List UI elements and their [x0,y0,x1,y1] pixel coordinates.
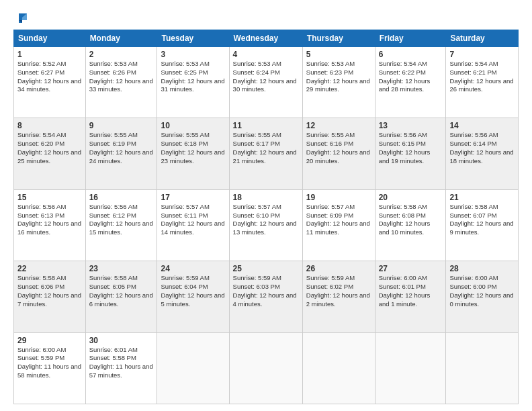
day-number: 4 [233,50,299,59]
calendar-cell: 11 Sunrise: 5:55 AMSunset: 6:17 PMDaylig… [229,118,302,189]
day-info: Sunrise: 5:58 AMSunset: 6:05 PMDaylight:… [89,274,153,307]
calendar-cell: 25 Sunrise: 5:59 AMSunset: 6:03 PMDaylig… [229,261,302,332]
calendar-cell: 30 Sunrise: 6:01 AMSunset: 5:58 PMDaylig… [85,332,157,404]
calendar-cell: 5 Sunrise: 5:53 AMSunset: 6:23 PMDayligh… [302,47,375,118]
day-number: 26 [306,264,371,273]
day-info: Sunrise: 5:56 AMSunset: 6:15 PMDaylight:… [379,131,431,164]
day-info: Sunrise: 6:00 AMSunset: 6:01 PMDaylight:… [379,274,431,307]
header [13,11,519,26]
weekday-header: Sunday [14,30,86,47]
calendar-cell: 8 Sunrise: 5:54 AMSunset: 6:20 PMDayligh… [14,118,86,189]
day-info: Sunrise: 5:55 AMSunset: 6:19 PMDaylight:… [89,131,153,164]
day-info: Sunrise: 6:00 AMSunset: 5:59 PMDaylight:… [17,346,81,379]
day-number: 21 [449,193,515,202]
day-info: Sunrise: 5:53 AMSunset: 6:26 PMDaylight:… [89,60,153,93]
day-number: 13 [379,121,443,130]
day-info: Sunrise: 5:53 AMSunset: 6:25 PMDaylight:… [161,60,224,93]
day-number: 29 [17,336,82,345]
calendar-cell [302,332,375,404]
calendar-week-row: 15 Sunrise: 5:56 AMSunset: 6:13 PMDaylig… [14,189,519,261]
calendar-cell: 2 Sunrise: 5:53 AMSunset: 6:26 PMDayligh… [85,47,157,118]
day-info: Sunrise: 5:54 AMSunset: 6:20 PMDaylight:… [17,131,81,164]
page: SundayMondayTuesdayWednesdayThursdayFrid… [0,0,532,411]
calendar-cell: 17 Sunrise: 5:57 AMSunset: 6:11 PMDaylig… [157,189,229,261]
calendar-cell [446,332,519,404]
calendar-cell: 9 Sunrise: 5:55 AMSunset: 6:19 PMDayligh… [85,118,157,189]
calendar-week-row: 1 Sunrise: 5:52 AMSunset: 6:27 PMDayligh… [14,47,519,118]
weekday-header: Tuesday [157,30,229,47]
calendar-cell: 18 Sunrise: 5:57 AMSunset: 6:10 PMDaylig… [229,189,302,261]
calendar-week-row: 22 Sunrise: 5:58 AMSunset: 6:06 PMDaylig… [14,261,519,332]
day-number: 22 [17,264,82,273]
calendar-cell: 26 Sunrise: 5:59 AMSunset: 6:02 PMDaylig… [302,261,375,332]
day-number: 15 [17,193,82,202]
calendar-cell: 29 Sunrise: 6:00 AMSunset: 5:59 PMDaylig… [14,332,86,404]
calendar-cell: 27 Sunrise: 6:00 AMSunset: 6:01 PMDaylig… [375,261,446,332]
day-info: Sunrise: 5:57 AMSunset: 6:10 PMDaylight:… [233,203,297,236]
day-number: 9 [89,121,154,130]
day-number: 28 [449,264,515,273]
calendar-body: 1 Sunrise: 5:52 AMSunset: 6:27 PMDayligh… [14,47,519,404]
weekday-header: Thursday [302,30,375,47]
calendar-cell: 22 Sunrise: 5:58 AMSunset: 6:06 PMDaylig… [14,261,86,332]
calendar-cell [375,332,446,404]
day-info: Sunrise: 5:53 AMSunset: 6:24 PMDaylight:… [233,60,297,93]
calendar-cell: 15 Sunrise: 5:56 AMSunset: 6:13 PMDaylig… [14,189,86,261]
calendar-cell: 14 Sunrise: 5:56 AMSunset: 6:14 PMDaylig… [446,118,519,189]
day-number: 3 [161,50,225,59]
day-number: 20 [379,193,443,202]
calendar-cell: 21 Sunrise: 5:58 AMSunset: 6:07 PMDaylig… [446,189,519,261]
day-info: Sunrise: 5:57 AMSunset: 6:11 PMDaylight:… [161,203,224,236]
day-info: Sunrise: 5:56 AMSunset: 6:13 PMDaylight:… [17,203,81,236]
day-number: 18 [233,193,299,202]
calendar-cell [157,332,229,404]
weekday-header: Saturday [446,30,519,47]
day-number: 12 [306,121,371,130]
day-info: Sunrise: 5:57 AMSunset: 6:09 PMDaylight:… [306,203,370,236]
day-number: 17 [161,193,225,202]
day-info: Sunrise: 5:55 AMSunset: 6:17 PMDaylight:… [233,131,297,164]
calendar-week-row: 29 Sunrise: 6:00 AMSunset: 5:59 PMDaylig… [14,332,519,404]
calendar-cell: 3 Sunrise: 5:53 AMSunset: 6:25 PMDayligh… [157,47,229,118]
day-number: 8 [17,121,82,130]
calendar-week-row: 8 Sunrise: 5:54 AMSunset: 6:20 PMDayligh… [14,118,519,189]
day-info: Sunrise: 5:54 AMSunset: 6:21 PMDaylight:… [449,60,513,93]
calendar-cell: 10 Sunrise: 5:55 AMSunset: 6:18 PMDaylig… [157,118,229,189]
day-info: Sunrise: 5:53 AMSunset: 6:23 PMDaylight:… [306,60,370,93]
day-number: 23 [89,264,154,273]
calendar-cell: 4 Sunrise: 5:53 AMSunset: 6:24 PMDayligh… [229,47,302,118]
calendar-cell: 7 Sunrise: 5:54 AMSunset: 6:21 PMDayligh… [446,47,519,118]
day-info: Sunrise: 5:55 AMSunset: 6:16 PMDaylight:… [306,131,370,164]
day-number: 5 [306,50,371,59]
day-info: Sunrise: 5:56 AMSunset: 6:14 PMDaylight:… [449,131,513,164]
day-info: Sunrise: 5:52 AMSunset: 6:27 PMDaylight:… [17,60,81,93]
day-info: Sunrise: 5:54 AMSunset: 6:22 PMDaylight:… [379,60,431,93]
day-info: Sunrise: 5:59 AMSunset: 6:03 PMDaylight:… [233,274,297,307]
calendar-cell [229,332,302,404]
day-info: Sunrise: 5:59 AMSunset: 6:04 PMDaylight:… [161,274,224,307]
day-info: Sunrise: 6:01 AMSunset: 5:58 PMDaylight:… [89,346,153,379]
weekday-row: SundayMondayTuesdayWednesdayThursdayFrid… [14,30,519,47]
weekday-header: Monday [85,30,157,47]
logo [13,11,30,26]
calendar-cell: 23 Sunrise: 5:58 AMSunset: 6:05 PMDaylig… [85,261,157,332]
day-number: 30 [89,336,154,345]
day-number: 6 [379,50,443,59]
calendar-cell: 19 Sunrise: 5:57 AMSunset: 6:09 PMDaylig… [302,189,375,261]
day-number: 14 [449,121,515,130]
calendar-table: SundayMondayTuesdayWednesdayThursdayFrid… [13,30,519,404]
day-number: 1 [17,50,82,59]
day-number: 19 [306,193,371,202]
day-number: 27 [379,264,443,273]
day-info: Sunrise: 6:00 AMSunset: 6:00 PMDaylight:… [449,274,513,307]
day-number: 10 [161,121,225,130]
calendar-header: SundayMondayTuesdayWednesdayThursdayFrid… [14,30,519,47]
calendar-cell: 16 Sunrise: 5:56 AMSunset: 6:12 PMDaylig… [85,189,157,261]
day-info: Sunrise: 5:59 AMSunset: 6:02 PMDaylight:… [306,274,370,307]
day-info: Sunrise: 5:55 AMSunset: 6:18 PMDaylight:… [161,131,224,164]
logo-icon [15,11,30,26]
day-info: Sunrise: 5:56 AMSunset: 6:12 PMDaylight:… [89,203,153,236]
weekday-header: Friday [375,30,446,47]
calendar-cell: 13 Sunrise: 5:56 AMSunset: 6:15 PMDaylig… [375,118,446,189]
calendar-cell: 20 Sunrise: 5:58 AMSunset: 6:08 PMDaylig… [375,189,446,261]
